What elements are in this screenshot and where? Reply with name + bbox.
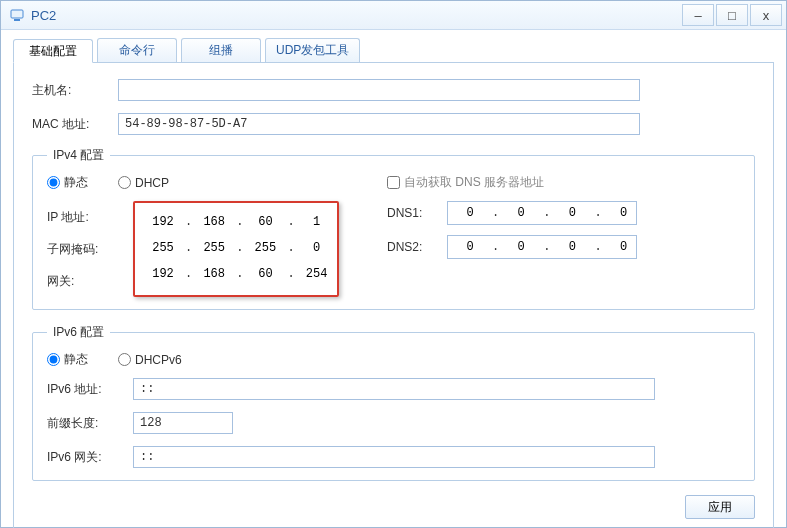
tab-panel-basic: 主机名: MAC 地址: IPv4 配置 静态 xyxy=(13,63,774,528)
auto-dns-checkbox[interactable]: 自动获取 DNS 服务器地址 xyxy=(387,174,544,191)
mask-label: 子网掩码: xyxy=(47,241,133,258)
prefix-input[interactable] xyxy=(133,412,233,434)
mac-input[interactable] xyxy=(118,113,640,135)
hostname-input[interactable] xyxy=(118,79,640,101)
ipv6addr-input[interactable] xyxy=(133,378,655,400)
ip-label: IP 地址: xyxy=(47,209,133,226)
ipv4-highlight-box: . . . . . xyxy=(133,201,339,297)
minimize-button[interactable]: – xyxy=(682,4,714,26)
tab-mcast[interactable]: 组播 xyxy=(181,38,261,62)
svg-rect-0 xyxy=(11,10,23,18)
gw-label: 网关: xyxy=(47,273,133,290)
client-area: 基础配置 命令行 组播 UDP发包工具 主机名: MAC 地址: IPv4 配置 xyxy=(1,30,786,528)
maximize-button[interactable]: □ xyxy=(716,4,748,26)
dns1-label: DNS1: xyxy=(387,206,447,220)
ip-input[interactable]: . . . xyxy=(141,211,331,233)
mask-input[interactable]: . . . xyxy=(141,237,331,259)
ipv6-legend: IPv6 配置 xyxy=(47,324,110,341)
ipv4-dhcp-radio[interactable]: DHCP xyxy=(118,176,169,190)
prefix-label: 前缀长度: xyxy=(47,415,133,432)
ipv4-group: IPv4 配置 静态 DHCP xyxy=(32,147,755,310)
ipv6gw-label: IPv6 网关: xyxy=(47,449,133,466)
ipv6-static-radio[interactable]: 静态 xyxy=(47,351,88,368)
ipv6addr-label: IPv6 地址: xyxy=(47,381,133,398)
dns1-input[interactable]: . . . xyxy=(447,201,637,225)
tab-udp[interactable]: UDP发包工具 xyxy=(265,38,360,62)
mac-label: MAC 地址: xyxy=(32,116,118,133)
tab-cmd[interactable]: 命令行 xyxy=(97,38,177,62)
window-title: PC2 xyxy=(31,8,56,23)
tab-basic[interactable]: 基础配置 xyxy=(13,39,93,63)
ipv4-static-radio[interactable]: 静态 xyxy=(47,174,88,191)
close-button[interactable]: x xyxy=(750,4,782,26)
app-window: PC2 – □ x 基础配置 命令行 组播 UDP发包工具 主机名: MAC 地… xyxy=(0,0,787,528)
ipv6-group: IPv6 配置 静态 DHCPv6 IPv6 地址: 前缀长 xyxy=(32,324,755,481)
gateway-input[interactable]: . . . xyxy=(141,263,331,285)
app-icon xyxy=(9,7,25,23)
apply-button[interactable]: 应用 xyxy=(685,495,755,519)
svg-rect-1 xyxy=(14,19,20,21)
ipv6-dhcp-radio[interactable]: DHCPv6 xyxy=(118,353,182,367)
hostname-label: 主机名: xyxy=(32,82,118,99)
titlebar: PC2 – □ x xyxy=(1,1,786,30)
dns2-label: DNS2: xyxy=(387,240,447,254)
dns2-input[interactable]: . . . xyxy=(447,235,637,259)
ipv6gw-input[interactable] xyxy=(133,446,655,468)
ipv4-legend: IPv4 配置 xyxy=(47,147,110,164)
tab-bar: 基础配置 命令行 组播 UDP发包工具 xyxy=(13,38,774,63)
